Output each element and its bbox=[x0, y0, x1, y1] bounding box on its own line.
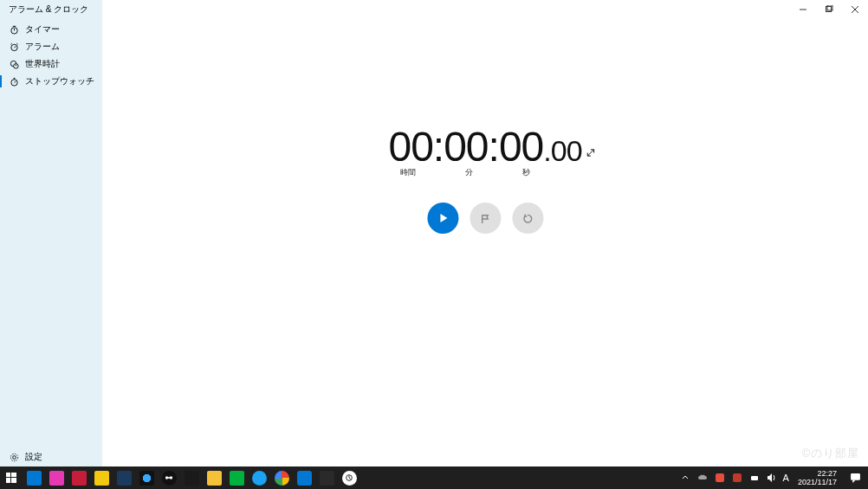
centiseconds-value: 00 bbox=[551, 134, 582, 167]
tray-app-icon[interactable] bbox=[731, 472, 743, 484]
svg-rect-1 bbox=[826, 7, 832, 12]
watermark: ©のり部屋 bbox=[801, 446, 859, 461]
taskbar-apps bbox=[23, 466, 360, 489]
stopwatch-controls bbox=[388, 203, 581, 234]
start-button[interactable] bbox=[0, 466, 23, 489]
window-title: アラーム & クロック bbox=[9, 3, 88, 16]
time-display: 00:00:00.00 bbox=[388, 123, 581, 171]
sidebar-item-label: アラーム bbox=[25, 41, 60, 53]
world-clock-icon bbox=[8, 60, 20, 69]
svg-point-15 bbox=[10, 79, 16, 85]
svg-rect-26 bbox=[6, 478, 10, 483]
taskbar-app[interactable] bbox=[135, 466, 158, 489]
taskbar-app[interactable] bbox=[270, 466, 293, 489]
svg-point-19 bbox=[12, 455, 16, 459]
sidebar-item-label: ストップウォッチ bbox=[25, 75, 94, 87]
svg-point-8 bbox=[10, 44, 16, 50]
sidebar-item-label: 世界時計 bbox=[25, 58, 60, 70]
tray-network-icon[interactable] bbox=[748, 472, 761, 484]
seconds-value: 00 bbox=[499, 124, 543, 170]
taskbar-app[interactable] bbox=[68, 466, 90, 489]
sidebar-item-label: タイマー bbox=[25, 23, 60, 35]
svg-rect-25 bbox=[11, 473, 16, 477]
tray-volume-icon[interactable] bbox=[766, 472, 778, 484]
svg-rect-2 bbox=[827, 5, 832, 10]
window-body: タイマー アラーム 世界時計 ストップウォッチ bbox=[0, 19, 868, 466]
sidebar: タイマー アラーム 世界時計 ストップウォッチ bbox=[0, 19, 102, 466]
timer-icon bbox=[8, 25, 20, 35]
taskbar-app[interactable] bbox=[293, 466, 315, 489]
svg-rect-36 bbox=[851, 473, 860, 480]
sidebar-item-alarm[interactable]: アラーム bbox=[0, 38, 102, 55]
system-tray: A 22:27 2021/11/17 bbox=[679, 466, 868, 489]
taskbar-app[interactable] bbox=[113, 466, 135, 489]
svg-line-16 bbox=[14, 81, 16, 82]
start-button[interactable] bbox=[427, 203, 458, 234]
svg-line-11 bbox=[16, 43, 17, 44]
maximize-button[interactable] bbox=[816, 0, 842, 19]
main-content: 00:00:00.00 時間 分 秒 bbox=[102, 19, 868, 466]
svg-point-20 bbox=[10, 454, 17, 460]
svg-rect-27 bbox=[11, 478, 16, 483]
taskbar-app[interactable] bbox=[225, 466, 248, 489]
close-button[interactable] bbox=[842, 0, 868, 19]
svg-marker-35 bbox=[768, 473, 772, 482]
app-window: アラーム & クロック タイマー bbox=[0, 0, 868, 466]
svg-line-10 bbox=[10, 43, 11, 44]
stopwatch-icon bbox=[8, 77, 20, 87]
tray-app-icon[interactable] bbox=[714, 472, 726, 484]
minimize-button[interactable] bbox=[790, 0, 816, 19]
tray-chevron-icon[interactable] bbox=[679, 472, 691, 484]
taskbar: A 22:27 2021/11/17 bbox=[0, 466, 868, 489]
sidebar-item-timer[interactable]: タイマー bbox=[0, 21, 102, 38]
svg-marker-22 bbox=[440, 214, 447, 222]
taskbar-app[interactable] bbox=[45, 466, 68, 489]
taskbar-app[interactable] bbox=[158, 466, 180, 489]
taskbar-app[interactable] bbox=[203, 466, 225, 489]
titlebar: アラーム & クロック bbox=[0, 0, 868, 19]
svg-rect-24 bbox=[6, 473, 10, 477]
lap-button[interactable] bbox=[470, 203, 501, 234]
taskbar-app[interactable] bbox=[315, 466, 338, 489]
svg-marker-37 bbox=[852, 479, 855, 482]
gear-icon bbox=[8, 453, 20, 462]
stopwatch: 00:00:00.00 時間 分 秒 bbox=[388, 123, 581, 234]
expand-button[interactable] bbox=[586, 119, 596, 167]
sidebar-item-stopwatch[interactable]: ストップウォッチ bbox=[0, 73, 102, 90]
alarm-icon bbox=[8, 42, 20, 52]
hours-value: 00 bbox=[388, 124, 432, 170]
sidebar-item-settings[interactable]: 設定 bbox=[0, 447, 102, 466]
taskbar-app[interactable] bbox=[23, 466, 45, 489]
svg-line-33 bbox=[349, 478, 351, 479]
minutes-value: 00 bbox=[444, 124, 488, 170]
svg-line-9 bbox=[14, 46, 16, 47]
window-controls bbox=[790, 0, 868, 19]
svg-point-13 bbox=[13, 63, 17, 68]
tray-onedrive-icon[interactable] bbox=[696, 472, 709, 484]
reset-button[interactable] bbox=[512, 203, 543, 234]
taskbar-app[interactable] bbox=[90, 466, 113, 489]
action-center-button[interactable] bbox=[845, 466, 865, 489]
clock-time: 22:27 bbox=[798, 469, 837, 478]
sidebar-item-world-clock[interactable]: 世界時計 bbox=[0, 55, 102, 73]
taskbar-app[interactable] bbox=[248, 466, 270, 489]
svg-rect-30 bbox=[167, 477, 172, 479]
taskbar-app[interactable] bbox=[180, 466, 203, 489]
clock-date: 2021/11/17 bbox=[798, 478, 837, 486]
taskbar-clock[interactable]: 22:27 2021/11/17 bbox=[794, 469, 840, 486]
settings-label: 設定 bbox=[25, 451, 42, 463]
taskbar-app[interactable] bbox=[338, 466, 360, 489]
svg-line-21 bbox=[587, 150, 593, 156]
tray-ime[interactable]: A bbox=[783, 472, 789, 484]
svg-rect-34 bbox=[751, 476, 758, 480]
